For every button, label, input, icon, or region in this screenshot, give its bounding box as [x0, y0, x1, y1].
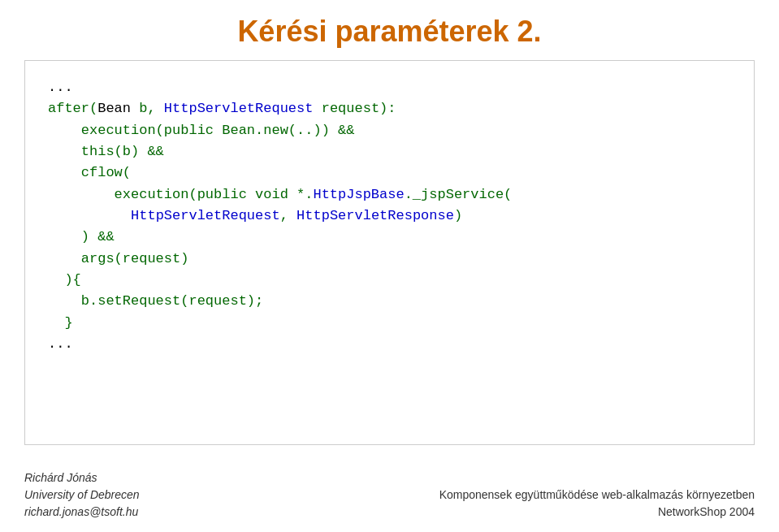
code-line-11: b.setRequest(request); — [48, 291, 731, 312]
code-block: ... after(Bean b, HttpServletRequest req… — [24, 60, 755, 445]
code-line-1: ... — [48, 77, 731, 98]
page-title: Kérési paraméterek 2. — [0, 0, 779, 60]
code-line-10: ){ — [48, 270, 731, 291]
code-line-3: execution(public Bean.new(..)) && — [48, 120, 731, 141]
footer-right: Komponensek együttműködése web-alkalmazá… — [439, 487, 755, 521]
code-line-4: this(b) && — [48, 141, 731, 162]
code-line-13: ... — [48, 334, 731, 355]
footer-university: University of Debrecen — [24, 487, 140, 504]
code-line-6: execution(public void *.HttpJspBase._jsp… — [48, 184, 731, 205]
footer-email: richard.jonas@tsoft.hu — [24, 504, 140, 521]
footer-left: Richárd Jónás University of Debrecen ric… — [24, 469, 140, 521]
footer-event-description: Komponensek együttműködése web-alkalmazá… — [439, 487, 755, 504]
code-line-8: ) && — [48, 227, 731, 248]
code-line-7: HttpServletRequest, HttpServletResponse) — [48, 205, 731, 227]
footer-author-name: Richárd Jónás — [24, 469, 140, 487]
footer: Richárd Jónás University of Debrecen ric… — [0, 461, 779, 532]
code-line-5: cflow( — [48, 162, 731, 184]
code-line-9: args(request) — [48, 249, 731, 270]
footer-event-name: NetworkShop 2004 — [439, 504, 755, 521]
code-line-2: after(Bean b, HttpServletRequest request… — [48, 98, 731, 119]
code-line-12: } — [48, 313, 731, 334]
